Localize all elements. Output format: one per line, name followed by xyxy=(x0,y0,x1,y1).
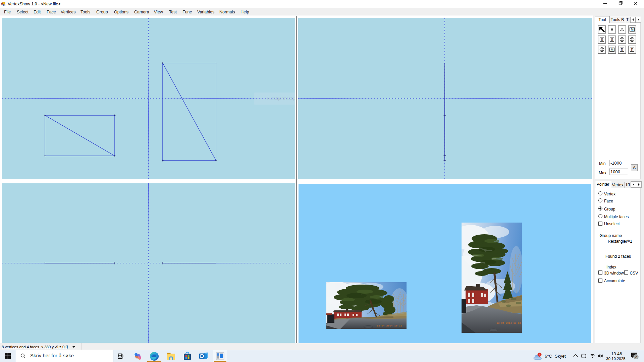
svg-text:M: M xyxy=(631,28,634,32)
svg-text:13 04 2014 18 16: 13 04 2014 18 16 xyxy=(496,322,521,324)
svg-text:M: M xyxy=(611,48,613,52)
svg-text:Fullskjermsklipp: Fullskjermsklipp xyxy=(267,96,295,101)
svg-text:R: R xyxy=(621,48,623,52)
svg-text:1: 1 xyxy=(539,353,541,357)
svg-text:2: 2 xyxy=(635,355,637,359)
svg-text:13 04 2014 10 10: 13 04 2014 10 10 xyxy=(377,324,402,327)
svg-text:S: S xyxy=(601,38,603,42)
svg-text:E: E xyxy=(631,48,634,52)
svg-text:S: S xyxy=(611,38,613,42)
